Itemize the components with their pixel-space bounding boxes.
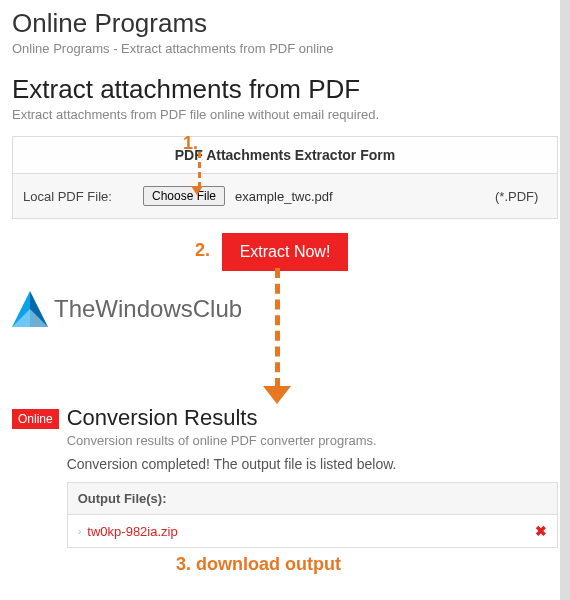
output-file-link[interactable]: tw0kp-982ia.zip	[87, 524, 177, 539]
file-ext-hint: (*.PDF)	[495, 189, 557, 204]
right-rail	[560, 0, 570, 600]
page-title: Online Programs	[12, 8, 558, 39]
section-title: Extract attachments from PDF	[12, 74, 558, 105]
annotation-arrow1-stem	[198, 152, 201, 188]
file-label: Local PDF File:	[13, 189, 143, 204]
annotation-step3: 3. download output	[176, 554, 341, 575]
selected-filename: example_twc.pdf	[235, 189, 333, 204]
choose-file-button[interactable]: Choose File	[143, 186, 225, 206]
extract-now-button[interactable]: Extract Now!	[222, 233, 349, 271]
page-subtitle: Online Programs - Extract attachments fr…	[12, 41, 558, 56]
results-subtitle: Conversion results of online PDF convert…	[67, 433, 558, 448]
output-row: › tw0kp-982ia.zip ✖	[68, 515, 557, 547]
twc-logo-icon	[12, 291, 48, 327]
delete-icon[interactable]: ✖	[535, 523, 547, 539]
chevron-right-icon: ›	[78, 525, 82, 537]
online-badge: Online	[12, 409, 59, 429]
file-row: Local PDF File: Choose File example_twc.…	[13, 174, 557, 218]
annotation-arrow1-head-icon	[191, 186, 203, 195]
results-title: Conversion Results	[67, 405, 558, 431]
annotation-arrow2-stem	[275, 268, 280, 388]
output-panel: Output File(s): › tw0kp-982ia.zip ✖	[67, 482, 558, 548]
output-header: Output File(s):	[68, 483, 557, 515]
section-subtitle: Extract attachments from PDF file online…	[12, 107, 558, 122]
extractor-form-panel: PDF Attachments Extractor Form Local PDF…	[12, 136, 558, 219]
watermark: TheWindowsClub	[12, 291, 558, 327]
panel-title: PDF Attachments Extractor Form	[13, 137, 557, 174]
results-status: Conversion completed! The output file is…	[67, 456, 558, 472]
watermark-text: TheWindowsClub	[54, 295, 242, 323]
annotation-arrow2-head-icon	[263, 386, 291, 404]
